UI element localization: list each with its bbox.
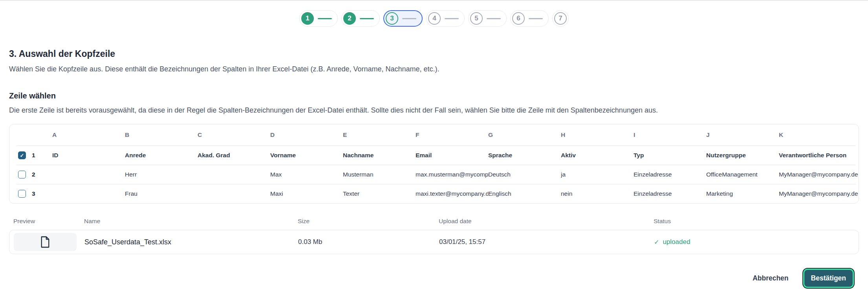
table-cell: Typ (634, 152, 706, 159)
column-letter-C: C (198, 131, 270, 138)
file-status-text: uploaded (663, 238, 690, 246)
step-4[interactable]: 4 (426, 10, 465, 27)
step-1[interactable]: 1 (299, 10, 338, 27)
step-number: 6 (512, 12, 525, 25)
column-letter-D: D (270, 131, 343, 138)
table-cell: maxi.texter@mycompany.de (416, 190, 488, 197)
check-icon: ✓ (654, 238, 659, 246)
row-checkbox[interactable]: ✓ (18, 151, 26, 159)
column-letter-E: E (343, 131, 416, 138)
table-cell: OfficeManagement (706, 171, 779, 178)
table-cell: Einzeladresse (634, 171, 706, 178)
file-preview-row: SoSafe_Userdata_Test.xlsx 0.03 Mb 03/01/… (9, 230, 859, 254)
row-number: 1 (32, 152, 35, 159)
step-2[interactable]: 2 (341, 10, 380, 27)
table-cell: Nutzergruppe (706, 152, 779, 159)
column-letters-row: ABCDEFGHIJK (9, 124, 859, 146)
table-cell: Nachname (343, 152, 416, 159)
table-cell: max.musterman@mycompa... (416, 171, 488, 178)
table-cell: Vorname (270, 152, 343, 159)
confirm-button[interactable]: Bestätigen (804, 270, 853, 287)
cancel-button[interactable]: Abbrechen (751, 271, 790, 286)
step-5[interactable]: 5 (468, 10, 507, 27)
table-row-3[interactable]: 3 FrauMaxiTextermaxi.texter@mycompany.de… (9, 184, 859, 203)
table-cell: ja (561, 171, 634, 178)
row-number: 3 (32, 190, 35, 197)
status-column-label: Status (654, 218, 859, 225)
table-cell: Verantwortliche Person (779, 152, 859, 159)
step-progress-line (318, 18, 332, 19)
column-letter-A: A (52, 131, 125, 138)
stepper: 1 2 3 4 5 6 7 (0, 10, 868, 27)
table-cell: Maxi (270, 190, 343, 197)
row-select-description: Die erste Zeile ist bereits vorausgewähl… (9, 106, 859, 115)
table-cell: Anrede (125, 152, 198, 159)
size-column-label: Size (298, 218, 439, 225)
page-description: Wählen Sie die Kopfzeile aus. Diese enth… (9, 65, 859, 73)
step-progress-line (445, 18, 459, 19)
step-progress-line (487, 18, 501, 19)
column-letter-K: K (779, 131, 859, 138)
table-cell: Max (270, 171, 343, 178)
column-letter-H: H (561, 131, 634, 138)
file-icon (40, 236, 50, 248)
column-letter-B: B (125, 131, 198, 138)
spreadsheet-table: ABCDEFGHIJK ✓ 1 IDAnredeAkad. GradVornam… (9, 124, 859, 204)
table-cell: ID (52, 152, 125, 159)
check-icon: ✓ (20, 153, 24, 158)
page-title: 3. Auswahl der Kopfzeile (9, 49, 859, 59)
table-cell: Musterman (343, 171, 416, 178)
table-cell: Email (416, 152, 488, 159)
table-cell: Deutsch (488, 171, 561, 178)
step-progress-line (402, 18, 416, 19)
table-cell: Frau (125, 190, 198, 197)
step-number: 3 (386, 12, 398, 25)
table-cell: Texter (343, 190, 416, 197)
table-cell: Marketing (706, 190, 779, 197)
step-6[interactable]: 6 (510, 10, 549, 27)
row-select-title: Zeile wählen (9, 91, 859, 100)
step-progress-line (529, 18, 543, 19)
table-cell: Herr (125, 171, 198, 178)
step-number: 1 (301, 12, 314, 25)
table-cell: Sprache (488, 152, 561, 159)
column-letter-I: I (634, 131, 706, 138)
column-letter-G: G (488, 131, 561, 138)
column-letter-F: F (416, 131, 488, 138)
table-cell: MyManager@mycompany.de (779, 190, 859, 197)
step-3[interactable]: 3 (383, 10, 423, 27)
step-progress-line (360, 18, 374, 19)
step-7[interactable]: 7 (552, 10, 569, 27)
name-column-label: Name (84, 218, 298, 225)
footer-actions: Abbrechen Bestätigen (9, 270, 859, 287)
table-row-1[interactable]: ✓ 1 IDAnredeAkad. GradVornameNachnameEma… (9, 146, 859, 165)
file-upload-date: 03/01/25, 15:57 (439, 238, 654, 246)
step-number: 5 (470, 12, 483, 25)
step-number: 7 (554, 12, 567, 25)
step-number: 2 (343, 12, 356, 25)
upload-date-column-label: Upload date (439, 218, 654, 225)
table-cell: Aktiv (561, 152, 634, 159)
file-size: 0.03 Mb (298, 238, 439, 246)
row-checkbox[interactable] (18, 190, 26, 198)
table-cell: nein (561, 190, 634, 197)
table-cell: Einzeladresse (634, 190, 706, 197)
table-cell: Akad. Grad (198, 152, 270, 159)
file-name: SoSafe_Userdata_Test.xlsx (84, 238, 298, 246)
table-cell: MyManager@mycompany.de (779, 171, 859, 178)
row-number: 2 (32, 171, 35, 178)
file-status-badge: ✓ uploaded (654, 238, 859, 246)
preview-column-label: Preview (13, 218, 84, 225)
column-letter-J: J (706, 131, 779, 138)
file-thumbnail (14, 233, 77, 251)
step-number: 4 (428, 12, 441, 25)
table-cell: Englisch (488, 190, 561, 197)
table-row-2[interactable]: 2 HerrMaxMustermanmax.musterman@mycompa.… (9, 165, 859, 184)
row-checkbox[interactable] (18, 171, 26, 178)
file-preview-header: Preview Name Size Upload date Status (9, 218, 859, 225)
